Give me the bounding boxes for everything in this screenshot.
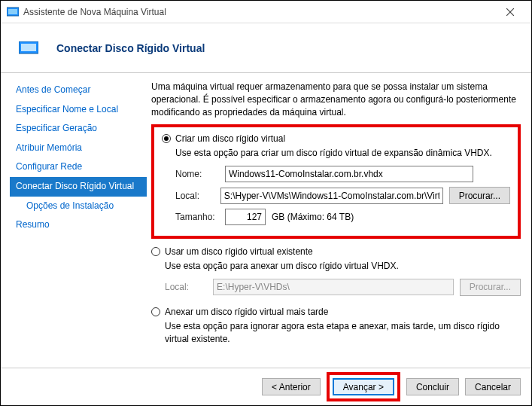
browse-existing-button: Procurar... bbox=[460, 279, 521, 296]
radio-create-vhd[interactable]: Criar um disco rígido virtual bbox=[162, 133, 510, 144]
local-input[interactable] bbox=[220, 188, 443, 204]
sidebar-item-assign-memory[interactable]: Atribuir Memória bbox=[10, 139, 147, 158]
svg-rect-1 bbox=[8, 9, 17, 14]
size-label: Tamanho: bbox=[175, 212, 219, 222]
later-desc: Use esta opção para ignorar agora esta e… bbox=[165, 320, 521, 346]
radio-attach-later[interactable]: Anexar um disco rígido virtual mais tard… bbox=[151, 307, 521, 317]
sidebar-item-specify-generation[interactable]: Especificar Geração bbox=[10, 119, 147, 139]
radio-existing-vhd[interactable]: Usar um disco rígido virtual existente bbox=[151, 246, 521, 257]
highlight-create-vhd: Criar um disco rígido virtual Use esta o… bbox=[151, 124, 521, 239]
size-unit: GB (Máximo: 64 TB) bbox=[272, 212, 354, 222]
page-title: Conectar Disco Rígido Virtual bbox=[56, 42, 205, 54]
sidebar-item-before-begin[interactable]: Antes de Começar bbox=[10, 81, 147, 100]
close-icon bbox=[506, 8, 514, 16]
finish-button[interactable]: Concluir bbox=[406, 378, 459, 395]
radio-existing-label: Usar um disco rígido virtual existente bbox=[165, 246, 313, 257]
existing-local-input bbox=[213, 279, 454, 295]
intro-text: Uma máquina virtual requer armazenamento… bbox=[151, 81, 521, 118]
wizard-window: Assistente de Nova Máquina Virtual Conec… bbox=[0, 0, 532, 406]
existing-desc: Use esta opção para anexar um disco rígi… bbox=[165, 260, 521, 273]
existing-local-label: Local: bbox=[165, 282, 207, 292]
window-title: Assistente de Nova Máquina Virtual bbox=[23, 7, 495, 17]
wizard-sidebar: Antes de Começar Especificar Nome e Loca… bbox=[1, 73, 147, 368]
titlebar: Assistente de Nova Máquina Virtual bbox=[1, 1, 531, 23]
create-desc: Use esta opção para criar um disco rígid… bbox=[175, 147, 510, 160]
radio-create-label: Criar um disco rígido virtual bbox=[175, 133, 285, 144]
wizard-footer: < Anterior Avançar > Concluir Cancelar bbox=[1, 368, 531, 405]
local-label: Local: bbox=[175, 191, 214, 201]
sidebar-item-connect-vhd[interactable]: Conectar Disco Rígido Virtual bbox=[10, 177, 147, 197]
section-later: Anexar um disco rígido virtual mais tard… bbox=[151, 307, 521, 346]
back-button[interactable]: < Anterior bbox=[262, 378, 321, 395]
sidebar-item-summary[interactable]: Resumo bbox=[10, 215, 147, 235]
cancel-button[interactable]: Cancelar bbox=[465, 378, 521, 395]
size-input[interactable] bbox=[225, 209, 266, 225]
radio-icon bbox=[151, 307, 160, 316]
highlight-next: Avançar > bbox=[327, 372, 400, 401]
svg-rect-5 bbox=[21, 44, 36, 51]
sidebar-item-configure-network[interactable]: Configurar Rede bbox=[10, 157, 147, 177]
browse-create-button[interactable]: Procurar... bbox=[449, 187, 510, 204]
header-icon bbox=[19, 41, 38, 55]
name-input[interactable] bbox=[225, 166, 473, 182]
radio-icon bbox=[162, 134, 171, 143]
radio-icon bbox=[151, 247, 160, 256]
name-label: Nome: bbox=[175, 169, 219, 179]
wizard-header: Conectar Disco Rígido Virtual bbox=[1, 23, 531, 73]
sidebar-item-specify-name[interactable]: Especificar Nome e Local bbox=[10, 100, 147, 120]
wizard-content: Uma máquina virtual requer armazenamento… bbox=[147, 73, 531, 368]
radio-later-label: Anexar um disco rígido virtual mais tard… bbox=[165, 307, 328, 317]
sidebar-item-install-options[interactable]: Opções de Instalação bbox=[10, 197, 147, 216]
next-button[interactable]: Avançar > bbox=[333, 378, 394, 395]
app-icon bbox=[7, 6, 19, 18]
close-button[interactable] bbox=[495, 2, 525, 23]
section-existing: Usar um disco rígido virtual existente U… bbox=[151, 246, 521, 296]
